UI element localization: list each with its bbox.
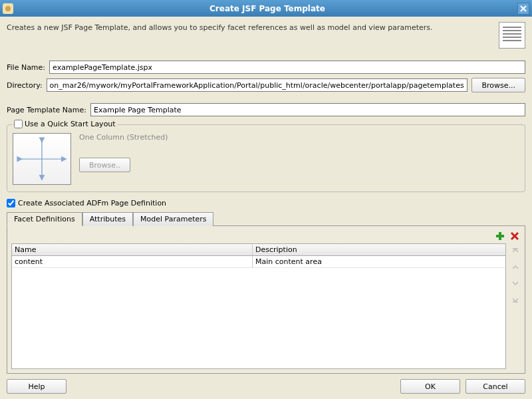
- quick-start-fieldset: Use a Quick Start Layout One Column (Str…: [7, 124, 525, 192]
- adfm-checkbox-label: Create Associated ADFm Page Definition: [18, 199, 166, 207]
- adfm-checkbox[interactable]: [7, 199, 15, 207]
- template-name-label: Page Template Name:: [7, 106, 86, 114]
- layout-preview: [13, 133, 71, 185]
- app-icon: [3, 3, 13, 14]
- cancel-button[interactable]: Cancel: [466, 379, 525, 394]
- tab-model-parameters[interactable]: Model Parameters: [133, 212, 213, 226]
- ok-button[interactable]: OK: [400, 379, 460, 394]
- tab-panel: Name Description content Main content ar…: [7, 225, 525, 374]
- add-icon[interactable]: [494, 230, 506, 242]
- template-name-input[interactable]: [90, 103, 525, 116]
- tab-attributes[interactable]: Attributes: [82, 212, 133, 226]
- file-name-input[interactable]: [49, 61, 525, 74]
- column-header-description[interactable]: Description: [253, 244, 505, 255]
- delete-icon[interactable]: [509, 230, 521, 242]
- table-row[interactable]: content Main content area: [12, 256, 505, 268]
- browse-directory-button[interactable]: Browse...: [471, 78, 525, 92]
- directory-input[interactable]: [47, 78, 468, 92]
- directory-label: Directory:: [7, 81, 43, 90]
- quick-start-checkbox[interactable]: [14, 120, 23, 128]
- layout-name-label: One Column (Stretched): [79, 133, 168, 142]
- page-icon: [499, 22, 525, 49]
- file-name-label: File Name:: [7, 63, 45, 72]
- cell-name[interactable]: content: [12, 256, 253, 267]
- quick-start-legend-label: Use a Quick Start Layout: [25, 120, 116, 128]
- move-bottom-icon: [510, 294, 521, 305]
- layout-browse-button: Browse..: [79, 158, 130, 172]
- move-top-icon: [510, 246, 521, 257]
- help-button[interactable]: Help: [7, 379, 66, 394]
- facet-table: Name Description content Main content ar…: [11, 243, 506, 369]
- tab-facet-definitions[interactable]: Facet Definitions: [7, 212, 82, 226]
- move-down-icon: [510, 278, 521, 289]
- move-up-icon: [510, 262, 521, 273]
- svg-rect-3: [496, 235, 504, 237]
- window-title: Create JSF Page Template: [17, 4, 517, 13]
- cell-description[interactable]: Main content area: [253, 256, 505, 267]
- tabs: Facet Definitions Attributes Model Param…: [7, 211, 525, 225]
- close-icon[interactable]: [517, 3, 529, 15]
- titlebar: Create JSF Page Template: [0, 0, 532, 17]
- dialog-description: Creates a new JSF Page Template, and all…: [7, 22, 493, 32]
- column-header-name[interactable]: Name: [12, 244, 253, 255]
